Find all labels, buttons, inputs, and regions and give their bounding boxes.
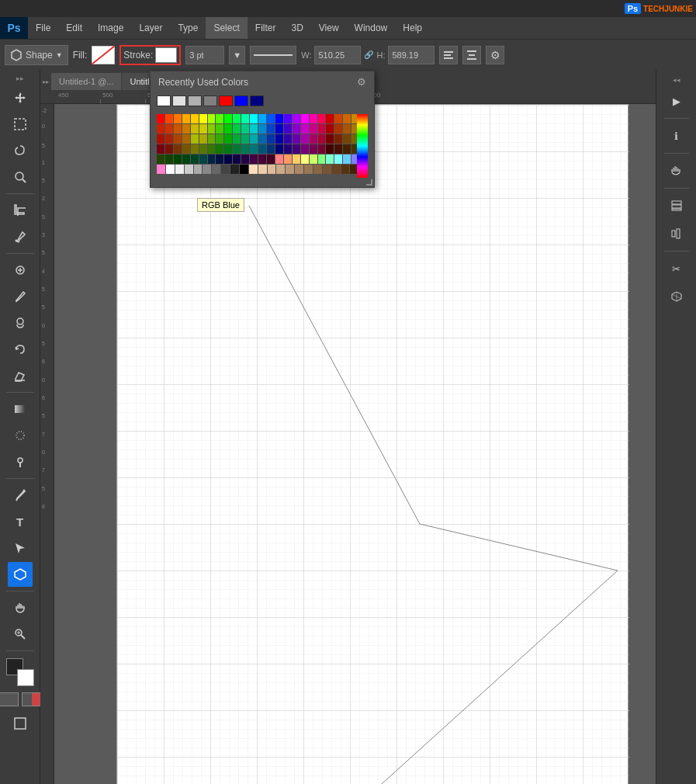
- color-cell[interactable]: [174, 124, 182, 134]
- distribute-btn[interactable]: [462, 46, 481, 64]
- canvas-scroll[interactable]: [54, 104, 656, 784]
- color-cell[interactable]: [323, 165, 331, 174]
- stroke-box[interactable]: Stroke:: [119, 45, 181, 65]
- color-cell[interactable]: [267, 124, 275, 134]
- right-expand-top[interactable]: ◂◂: [671, 75, 682, 85]
- color-cell[interactable]: [216, 154, 223, 164]
- toolbar-expand-top[interactable]: ▸▸: [15, 73, 26, 84]
- color-cell[interactable]: [334, 134, 342, 144]
- recent-lightgray[interactable]: [172, 95, 186, 106]
- move-tool[interactable]: [8, 85, 33, 110]
- color-cell[interactable]: [241, 114, 249, 123]
- color-cell[interactable]: [258, 165, 267, 174]
- color-cell[interactable]: [326, 144, 334, 154]
- color-cell[interactable]: [258, 134, 266, 144]
- color-cell[interactable]: [326, 134, 334, 144]
- quick-mask-btn[interactable]: [22, 692, 42, 706]
- color-cell[interactable]: [301, 134, 309, 144]
- color-cell[interactable]: [284, 114, 292, 123]
- background-color[interactable]: [17, 669, 34, 686]
- color-cell[interactable]: [199, 134, 207, 144]
- color-cell[interactable]: [268, 165, 276, 174]
- color-cell[interactable]: [293, 154, 300, 164]
- color-cell[interactable]: [284, 154, 292, 164]
- color-cell[interactable]: [318, 124, 326, 134]
- right-3d-btn[interactable]: [662, 284, 691, 309]
- color-cell[interactable]: [318, 134, 326, 144]
- color-cell[interactable]: [318, 114, 326, 123]
- color-cell[interactable]: [240, 165, 248, 174]
- color-cell[interactable]: [157, 154, 164, 164]
- color-cell[interactable]: [157, 114, 164, 123]
- menu-help[interactable]: Help: [395, 17, 430, 39]
- color-cell[interactable]: [165, 134, 173, 144]
- color-cell[interactable]: [157, 124, 164, 134]
- color-cell[interactable]: [275, 144, 283, 154]
- right-info-btn[interactable]: ℹ: [662, 123, 691, 148]
- color-cell[interactable]: [174, 144, 182, 154]
- color-cell[interactable]: [233, 124, 241, 134]
- color-cell[interactable]: [267, 134, 275, 144]
- color-cell[interactable]: [199, 144, 207, 154]
- color-cell[interactable]: [301, 114, 309, 123]
- color-cell[interactable]: [203, 165, 211, 174]
- color-cell[interactable]: [343, 114, 351, 123]
- color-cell[interactable]: [313, 165, 322, 174]
- color-cell[interactable]: [233, 114, 241, 123]
- right-tools-btn[interactable]: ✂: [662, 256, 691, 281]
- color-cell[interactable]: [301, 144, 309, 154]
- color-cell[interactable]: [275, 154, 283, 164]
- color-cell[interactable]: [174, 134, 182, 144]
- color-cell[interactable]: [191, 114, 199, 123]
- color-cell[interactable]: [293, 134, 300, 144]
- color-cell[interactable]: [165, 114, 173, 123]
- standard-mode-btn[interactable]: [0, 692, 19, 706]
- color-cell[interactable]: [182, 154, 190, 164]
- lasso-tool[interactable]: [8, 138, 33, 163]
- color-cell[interactable]: [275, 114, 283, 123]
- color-cell[interactable]: [216, 114, 223, 123]
- color-cell[interactable]: [166, 165, 175, 174]
- color-cell[interactable]: [221, 165, 230, 174]
- color-cell[interactable]: [208, 144, 216, 154]
- color-cell[interactable]: [276, 165, 285, 174]
- color-cell[interactable]: [258, 144, 266, 154]
- menu-select[interactable]: Select: [206, 17, 247, 39]
- width-input[interactable]: [314, 46, 361, 64]
- color-cell[interactable]: [185, 165, 193, 174]
- color-cell[interactable]: [233, 154, 241, 164]
- color-cell[interactable]: [208, 154, 216, 164]
- blur-tool[interactable]: [8, 423, 33, 448]
- color-cell[interactable]: [284, 144, 292, 154]
- color-cell[interactable]: [224, 134, 232, 144]
- shape-tool[interactable]: [8, 562, 33, 587]
- color-cell[interactable]: [199, 114, 207, 123]
- color-cell[interactable]: [250, 124, 258, 134]
- color-cell[interactable]: [318, 154, 326, 164]
- color-cell[interactable]: [310, 144, 317, 154]
- color-cell[interactable]: [191, 124, 199, 134]
- recent-medgray[interactable]: [203, 95, 217, 106]
- color-cell[interactable]: [241, 134, 249, 144]
- color-spectrum-bar[interactable]: [357, 114, 368, 178]
- color-cell[interactable]: [343, 124, 351, 134]
- color-cell[interactable]: [334, 114, 342, 123]
- color-cell[interactable]: [267, 144, 275, 154]
- eraser-tool[interactable]: [8, 363, 33, 388]
- color-cell[interactable]: [286, 165, 294, 174]
- menu-layer[interactable]: Layer: [131, 17, 170, 39]
- color-cell[interactable]: [157, 165, 165, 174]
- color-cell[interactable]: [293, 144, 300, 154]
- color-cell[interactable]: [284, 124, 292, 134]
- color-cell[interactable]: [284, 134, 292, 144]
- color-cell[interactable]: [332, 165, 341, 174]
- color-cell[interactable]: [310, 154, 317, 164]
- color-cell[interactable]: [208, 124, 216, 134]
- recent-darkblue[interactable]: [250, 95, 264, 106]
- color-cell[interactable]: [191, 154, 199, 164]
- menu-window[interactable]: Window: [347, 17, 396, 39]
- color-cell[interactable]: [194, 165, 203, 174]
- color-cell[interactable]: [318, 144, 326, 154]
- color-cell[interactable]: [250, 154, 258, 164]
- tab-expand-left[interactable]: ▸▸: [40, 73, 51, 90]
